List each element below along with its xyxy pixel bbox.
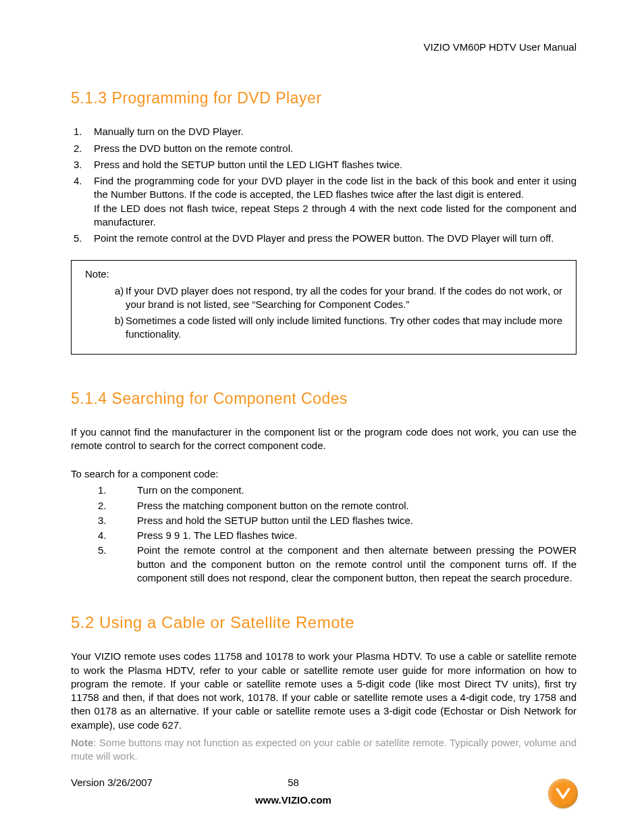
note-text: If your DVD player does not respond, try… xyxy=(119,284,562,312)
list-item: 3.Press and hold the SETUP button until … xyxy=(74,158,576,172)
list-text: Manually turn on the DVD Player. xyxy=(94,125,576,138)
list-number: 2. xyxy=(71,499,137,513)
note-box: Note: a) If your DVD player does not res… xyxy=(71,260,576,354)
list-text: Press 9 9 1. The LED flashes twice. xyxy=(137,529,576,542)
search-prompt: To search for a component code: xyxy=(71,467,576,481)
note-item: b) Sometimes a code listed will only inc… xyxy=(85,314,562,342)
list-text: Press and hold the SETUP button until th… xyxy=(94,158,576,172)
list-text: Point the remote control at the componen… xyxy=(137,544,576,585)
list-text: Press and hold the SETUP button until th… xyxy=(137,514,576,527)
note-letter: b) xyxy=(85,314,119,342)
list-item: 1.Turn on the component. xyxy=(71,484,576,497)
list-text: Point the remote control at the DVD Play… xyxy=(94,232,576,245)
note-continuation: : Some buttons may not function as expec… xyxy=(71,737,576,762)
note-bold: Note xyxy=(71,737,93,748)
list-text: Press the matching component button on t… xyxy=(137,499,576,513)
section-title-search: 5.1.4 Searching for Component Codes xyxy=(71,388,576,409)
section-title-cable: 5.2 Using a Cable or Satellite Remote xyxy=(71,612,576,633)
list-number: 1. xyxy=(71,484,137,497)
search-steps-list: 1.Turn on the component. 2.Press the mat… xyxy=(71,484,576,585)
list-number: 1. xyxy=(74,125,94,138)
list-item: 1.Manually turn on the DVD Player. xyxy=(74,125,576,138)
dvd-steps-list: 1.Manually turn on the DVD Player. 2.Pre… xyxy=(74,125,576,245)
footer-url: www.VIZIO.com xyxy=(41,793,546,807)
vizio-logo-icon xyxy=(548,779,578,808)
list-number: 3. xyxy=(74,158,94,172)
list-number: 4. xyxy=(74,174,94,229)
list-text: Press the DVD button on the remote contr… xyxy=(94,142,576,155)
list-number: 5. xyxy=(74,232,94,245)
list-item: 4.Press 9 9 1. The LED flashes twice. xyxy=(71,529,576,542)
section-title-dvd: 5.1.3 Programming for DVD Player xyxy=(71,88,576,109)
list-item: 2.Press the DVD button on the remote con… xyxy=(74,142,576,155)
list-text: Turn on the component. xyxy=(137,484,576,497)
cable-note: Note: Some buttons may not function as e… xyxy=(71,736,576,764)
note-label: Note: xyxy=(85,267,562,281)
note-text: Sometimes a code listed will only includ… xyxy=(119,314,562,342)
search-intro: If you cannot find the manufacturer in t… xyxy=(71,425,576,453)
header-product: VIZIO VM60P HDTV User Manual xyxy=(71,41,576,54)
list-text: Find the programming code for your DVD p… xyxy=(94,174,576,229)
list-number: 3. xyxy=(71,514,137,527)
list-number: 2. xyxy=(74,142,94,155)
list-number: 5. xyxy=(71,544,137,585)
list-item: 5.Point the remote control at the compon… xyxy=(71,544,576,585)
note-item: a) If your DVD player does not respond, … xyxy=(85,284,562,312)
list-item: 5.Point the remote control at the DVD Pl… xyxy=(74,232,576,245)
list-number: 4. xyxy=(71,529,137,542)
list-item: 4.Find the programming code for your DVD… xyxy=(74,174,576,229)
footer-page-number: 58 xyxy=(209,776,378,789)
list-item: 3.Press and hold the SETUP button until … xyxy=(71,514,576,527)
note-letter: a) xyxy=(85,284,119,312)
cable-body: Your VIZIO remote uses codes 11758 and 1… xyxy=(71,650,576,732)
page-footer: Version 3/26/2007 58 www.VIZIO.com xyxy=(71,776,576,808)
list-item: 2.Press the matching component button on… xyxy=(71,499,576,513)
